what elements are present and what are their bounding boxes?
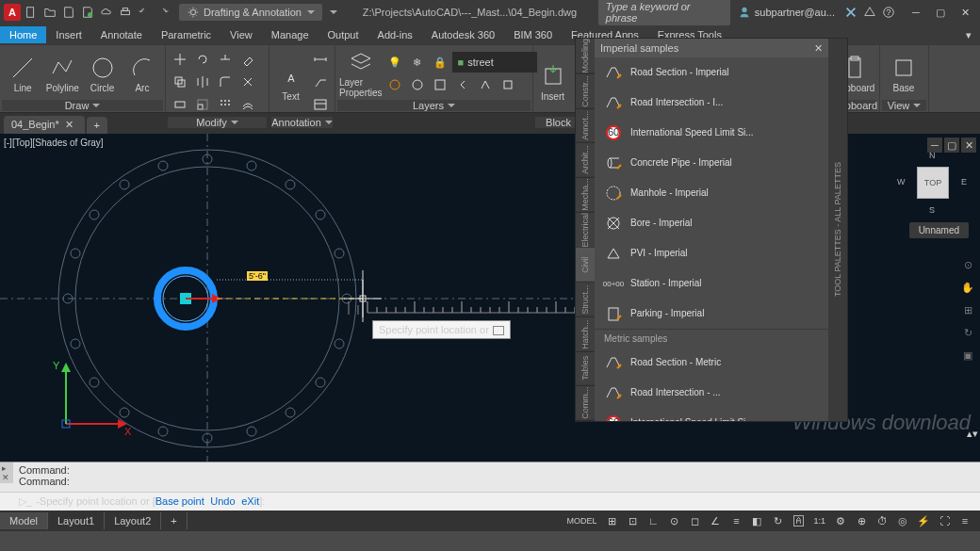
- workspace-switcher[interactable]: Drafting & Annotation: [179, 4, 322, 21]
- tab-bim360[interactable]: BIM 360: [504, 26, 562, 43]
- offset-button[interactable]: [237, 94, 258, 115]
- tooltip-options-icon[interactable]: [493, 326, 504, 335]
- status-tab-add[interactable]: +: [161, 512, 187, 529]
- vp-maximize[interactable]: ▢: [944, 138, 959, 153]
- side-tab-modeling[interactable]: Modeling: [576, 39, 595, 74]
- side-tab-mecha[interactable]: Mecha...: [576, 178, 595, 213]
- rotate-button[interactable]: [192, 49, 213, 70]
- vp-close[interactable]: ✕: [961, 138, 976, 153]
- units-icon[interactable]: ⏱: [873, 511, 891, 530]
- palette-item[interactable]: Parking - Imperial: [595, 299, 828, 329]
- arc-button[interactable]: Arc: [123, 49, 161, 98]
- cmd-handle-icon[interactable]: ▸✕: [0, 462, 13, 483]
- side-tab-archit[interactable]: Archit...: [576, 143, 595, 178]
- cloud-icon[interactable]: [98, 4, 115, 21]
- annoscale-icon[interactable]: 🄰: [789, 511, 808, 530]
- search-input[interactable]: Type a keyword or phrase: [598, 0, 730, 25]
- a360-icon[interactable]: [861, 4, 878, 21]
- lineweight-icon[interactable]: ≡: [727, 511, 745, 530]
- palette-item[interactable]: Road Intersection - ...: [595, 378, 828, 408]
- text-button[interactable]: AText: [273, 57, 308, 106]
- tab-addins[interactable]: Add-ins: [368, 26, 422, 43]
- move-button[interactable]: [170, 49, 190, 70]
- ortho-icon[interactable]: ∟: [644, 511, 662, 530]
- polyline-button[interactable]: Polyline: [43, 49, 81, 98]
- showmotion-icon[interactable]: ▣: [959, 347, 976, 364]
- tab-insert[interactable]: Insert: [46, 26, 91, 43]
- tab-a360[interactable]: Autodesk 360: [422, 26, 504, 43]
- side-tab-hatch[interactable]: Hatch...: [576, 317, 595, 352]
- palette-item[interactable]: 60International Speed Limit Si...: [595, 408, 828, 421]
- otrack-icon[interactable]: ∠: [706, 511, 725, 530]
- layer-uniso-button[interactable]: [407, 74, 428, 95]
- palette-item[interactable]: 00+00Station - Imperial: [595, 268, 828, 299]
- viewcube-n[interactable]: N: [929, 151, 936, 160]
- close-button[interactable]: ✕: [954, 4, 976, 21]
- side-tab-civil[interactable]: Civil: [576, 248, 595, 283]
- ucs-icon[interactable]: X Y: [47, 358, 132, 443]
- palette-item[interactable]: 60International Speed Limit Si...: [595, 118, 828, 148]
- tab-view[interactable]: View: [220, 26, 262, 43]
- scale-label[interactable]: 1:1: [809, 511, 829, 530]
- side-tab-comm[interactable]: Comm...: [576, 386, 595, 421]
- app-logo[interactable]: A: [4, 4, 21, 21]
- viewcube-w[interactable]: W: [897, 177, 906, 186]
- base-view-button[interactable]: Base: [884, 49, 923, 98]
- status-tab-layout1[interactable]: Layout1: [48, 512, 105, 529]
- saveas-icon[interactable]: [79, 4, 96, 21]
- viewcube-e[interactable]: E: [961, 177, 967, 186]
- customize-icon[interactable]: ≡: [956, 511, 974, 530]
- viewcube-s[interactable]: S: [929, 205, 935, 215]
- qat-menu-icon[interactable]: [324, 4, 341, 21]
- user-menu[interactable]: subpartner@au...: [732, 6, 841, 19]
- layer-state-button[interactable]: [498, 74, 518, 95]
- palette-item[interactable]: Manhole - Imperial: [595, 178, 828, 208]
- minimize-button[interactable]: ─: [905, 4, 927, 21]
- new-icon[interactable]: [23, 4, 40, 21]
- cmd-option-exit[interactable]: eXit: [241, 495, 259, 507]
- cmd-option-undo[interactable]: Undo: [210, 495, 235, 507]
- palette-item[interactable]: Road Section - Imperial: [595, 57, 828, 88]
- layer-freeze-button[interactable]: ❄: [407, 52, 428, 73]
- command-input[interactable]: ▷_ -Specify point location or [Base poin…: [0, 492, 980, 510]
- zoom-extents-icon[interactable]: ⊞: [959, 301, 976, 318]
- new-tab-button[interactable]: +: [87, 117, 107, 134]
- osnap-icon[interactable]: ◻: [685, 511, 704, 530]
- save-icon[interactable]: [60, 4, 77, 21]
- side-tab-tables[interactable]: Tables: [576, 351, 595, 386]
- side-tab-annot[interactable]: Annot...: [576, 108, 595, 143]
- status-model-toggle[interactable]: MODEL: [563, 511, 600, 530]
- table-button[interactable]: [310, 94, 331, 115]
- status-tab-model[interactable]: Model: [0, 512, 48, 529]
- side-tab-struct[interactable]: Struct...: [576, 283, 595, 317]
- scale-button[interactable]: [192, 94, 213, 115]
- palette-item[interactable]: Bore - Imperial: [595, 208, 828, 238]
- insert-block-button[interactable]: Insert: [537, 57, 568, 106]
- snap-icon[interactable]: ⊡: [623, 511, 642, 530]
- redo-icon[interactable]: [155, 4, 172, 21]
- annomonitor-icon[interactable]: ⊕: [852, 511, 871, 530]
- fullnav-wheel-icon[interactable]: ⊙: [959, 256, 976, 273]
- print-icon[interactable]: [117, 4, 134, 21]
- layer-match-button[interactable]: [430, 74, 450, 95]
- fillet-button[interactable]: [215, 72, 236, 92]
- layer-prev-button[interactable]: [452, 74, 473, 95]
- cleanscreen-icon[interactable]: ⛶: [935, 511, 954, 530]
- explode-button[interactable]: [237, 72, 258, 92]
- isolate-icon[interactable]: ◎: [893, 511, 912, 530]
- viewcube-top[interactable]: TOP: [917, 167, 949, 199]
- layer-iso-button[interactable]: [384, 74, 405, 95]
- leader-button[interactable]: [310, 72, 331, 92]
- trim-button[interactable]: [215, 49, 236, 70]
- palette-header[interactable]: Imperial samples ✕: [595, 39, 828, 57]
- view-name-button[interactable]: Unnamed: [909, 222, 969, 238]
- viewcube[interactable]: TOP N S W E: [903, 153, 963, 213]
- circle-button[interactable]: Circle: [84, 49, 122, 98]
- copy-button[interactable]: [170, 72, 190, 92]
- stretch-button[interactable]: [170, 94, 190, 115]
- tab-output[interactable]: Output: [318, 26, 368, 43]
- side-tab-electrical[interactable]: Electrical: [576, 213, 595, 249]
- close-tab-icon[interactable]: ✕: [65, 119, 74, 131]
- cycling-icon[interactable]: ↻: [768, 511, 787, 530]
- polar-icon[interactable]: ⊙: [664, 511, 683, 530]
